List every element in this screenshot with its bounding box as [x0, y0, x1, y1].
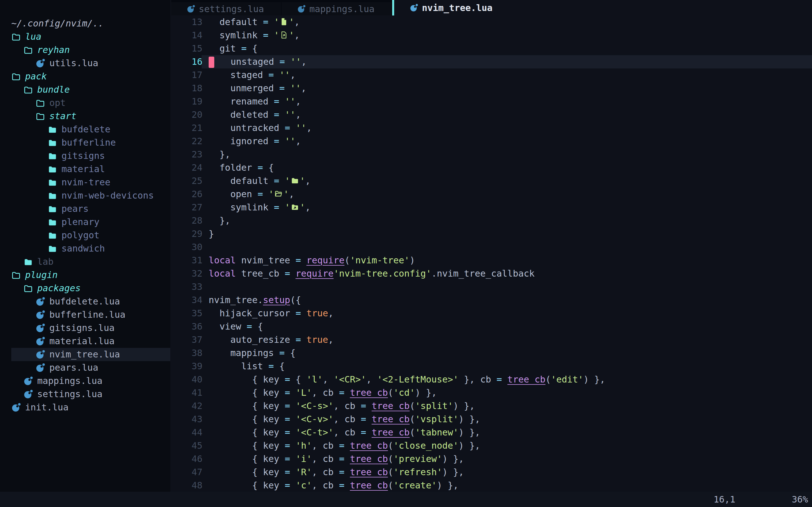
tree-item-label: polygot: [61, 229, 100, 242]
code-line-34[interactable]: 34nvim_tree.setup({: [170, 293, 812, 307]
tree-item-bufferline.lua[interactable]: bufferline.lua: [0, 308, 170, 321]
tree-item-bufdelete.lua[interactable]: bufdelete.lua: [0, 295, 170, 308]
code-segment: (: [410, 400, 415, 411]
code-segment: 'nvim-tree.config': [334, 268, 432, 279]
tree-item-bufferline[interactable]: bufferline: [0, 136, 170, 149]
code-segment: =: [285, 400, 290, 411]
code-line-37[interactable]: 37 auto_resize = true,: [170, 333, 812, 346]
code-line-19[interactable]: 19 renamed = '',: [170, 95, 812, 108]
tree-item-polygot[interactable]: polygot: [0, 229, 170, 242]
code-segment: auto_resize: [209, 334, 296, 345]
code-text: { key = { 'l', '<CR>', '<2-LeftMouse>' }…: [209, 373, 605, 386]
tree-item-pears.lua[interactable]: pears.lua: [0, 361, 170, 374]
code-segment: =: [274, 202, 279, 213]
code-line-38[interactable]: 38 mappings = {: [170, 346, 812, 360]
tree-item-label: plenary: [61, 216, 100, 229]
code-line-22[interactable]: 22 ignored = '',: [170, 135, 812, 148]
code-segment: '<C-t>': [296, 427, 334, 438]
code-line-21[interactable]: 21 untracked = '',: [170, 121, 812, 135]
tree-item-lua[interactable]: lua: [0, 30, 170, 43]
tree-item-label: nvim-web-devicons: [61, 189, 154, 202]
code-segment: =: [285, 480, 290, 491]
tree-item-gitsigns[interactable]: gitsigns: [0, 149, 170, 163]
code-line-35[interactable]: 35 hijack_cursor = true,: [170, 307, 812, 320]
tree-item-plenary[interactable]: plenary: [0, 216, 170, 229]
code-editor[interactable]: 13 default = '',14 symlink = '',15 git =…: [170, 15, 812, 492]
code-line-20[interactable]: 20 deleted = '',: [170, 108, 812, 121]
tree-item-pack[interactable]: pack: [0, 70, 170, 83]
tree-item-opt[interactable]: opt: [0, 96, 170, 110]
code-text: local tree_cb = require'nvim-tree.config…: [209, 267, 535, 280]
tree-item-plugin[interactable]: plugin: [0, 269, 170, 282]
tree-item-settings.lua[interactable]: settings.lua: [0, 388, 170, 401]
code-line-27[interactable]: 27 symlink = '',: [170, 201, 812, 214]
code-line-47[interactable]: 47 { key = 'R', cb = tree_cb('refresh') …: [170, 466, 812, 479]
code-segment: deleted: [209, 109, 274, 120]
code-line-14[interactable]: 14 symlink = '',: [170, 29, 812, 42]
tree-item-start[interactable]: start: [0, 110, 170, 123]
tree-item-material[interactable]: material: [0, 163, 170, 176]
code-segment: '': [285, 96, 296, 107]
code-line-18[interactable]: 18 unmerged = '',: [170, 82, 812, 95]
code-segment: [345, 453, 350, 464]
tree-item-bufdelete[interactable]: bufdelete: [0, 123, 170, 136]
tree-item-mappings.lua[interactable]: mappings.lua: [0, 374, 170, 388]
tab-nvim_tree.lua[interactable]: nvim_tree.lua: [394, 0, 509, 15]
code-line-31[interactable]: 31local nvim_tree = require('nvim-tree'): [170, 254, 812, 267]
code-line-43[interactable]: 43 { key = '<C-v>', cb = tree_cb('vsplit…: [170, 413, 812, 426]
code-segment: =: [263, 17, 268, 27]
code-line-44[interactable]: 44 { key = '<C-t>', cb = tree_cb('tabnew…: [170, 426, 812, 439]
code-line-48[interactable]: 48 { key = 'c', cb = tree_cb('create') }…: [170, 479, 812, 492]
code-line-17[interactable]: 17 staged = '',: [170, 68, 812, 82]
tree-item-gitsigns.lua[interactable]: gitsigns.lua: [0, 321, 170, 335]
code-segment: renamed: [209, 96, 274, 107]
code-line-28[interactable]: 28 },: [170, 214, 812, 227]
code-line-42[interactable]: 42 { key = '<C-s>', cb = tree_cb('split'…: [170, 399, 812, 413]
code-segment: ) },: [437, 480, 458, 491]
code-line-24[interactable]: 24 folder = {: [170, 161, 812, 174]
tree-item-utils.lua[interactable]: utils.lua: [0, 57, 170, 70]
tree-item-.confignvim..[interactable]: ~/.config/nvim/..: [0, 17, 170, 30]
code-line-26[interactable]: 26 open = '',: [170, 187, 812, 201]
code-line-23[interactable]: 23 },: [170, 148, 812, 161]
code-segment: =: [339, 453, 344, 464]
code-line-16[interactable]: 16 unstaged = '',: [170, 55, 812, 68]
code-line-29[interactable]: 29}: [170, 227, 812, 240]
tabline: settings.luamappings.luanvim_tree.lua: [170, 0, 812, 15]
tree-item-material.lua[interactable]: material.lua: [0, 335, 170, 348]
code-segment: 'close_node': [393, 440, 458, 451]
tree-item-init.lua[interactable]: init.lua: [0, 401, 170, 414]
code-line-13[interactable]: 13 default = '',: [170, 15, 812, 29]
code-line-46[interactable]: 46 { key = 'i', cb = tree_cb('preview') …: [170, 452, 812, 466]
lua-file-icon: [36, 350, 45, 359]
tree-item-nvim_tree.lua[interactable]: nvim_tree.lua: [0, 348, 170, 361]
code-segment: { key: [209, 414, 285, 425]
neovim-window: ~/.config/nvim/..luareyhanutils.luapackb…: [0, 0, 812, 507]
code-segment: '': [290, 83, 301, 94]
code-line-33[interactable]: 33: [170, 280, 812, 293]
tree-item-pears[interactable]: pears: [0, 202, 170, 216]
tab-label: nvim_tree.lua: [422, 3, 492, 13]
code-line-15[interactable]: 15 git = {: [170, 42, 812, 55]
code-segment: {: [285, 348, 296, 358]
code-line-30[interactable]: 30: [170, 240, 812, 254]
tree-item-nvim-tree[interactable]: nvim-tree: [0, 176, 170, 189]
code-line-25[interactable]: 25 default = '',: [170, 174, 812, 187]
tree-item-lab[interactable]: lab: [0, 255, 170, 269]
code-line-41[interactable]: 41 { key = 'L', cb = tree_cb('cd') },: [170, 386, 812, 399]
tab-mappings.lua[interactable]: mappings.lua: [282, 2, 391, 15]
code-text: default = '',: [209, 174, 311, 187]
code-line-45[interactable]: 45 { key = 'h', cb = tree_cb('close_node…: [170, 439, 812, 452]
code-line-36[interactable]: 36 view = {: [170, 320, 812, 333]
tree-item-packages[interactable]: packages: [0, 282, 170, 295]
tree-item-reyhan[interactable]: reyhan: [0, 43, 170, 57]
tab-settings.lua[interactable]: settings.lua: [171, 2, 281, 15]
code-line-40[interactable]: 40 { key = { 'l', '<CR>', '<2-LeftMouse>…: [170, 373, 812, 386]
code-segment: , cb: [334, 414, 361, 425]
tree-item-nvim-web-devicons[interactable]: nvim-web-devicons: [0, 189, 170, 202]
code-line-39[interactable]: 39 list = {: [170, 360, 812, 373]
code-line-32[interactable]: 32local tree_cb = require'nvim-tree.conf…: [170, 267, 812, 280]
tree-item-bundle[interactable]: bundle: [0, 83, 170, 96]
tree-item-label: material: [61, 163, 105, 176]
tree-item-sandwich[interactable]: sandwich: [0, 242, 170, 255]
